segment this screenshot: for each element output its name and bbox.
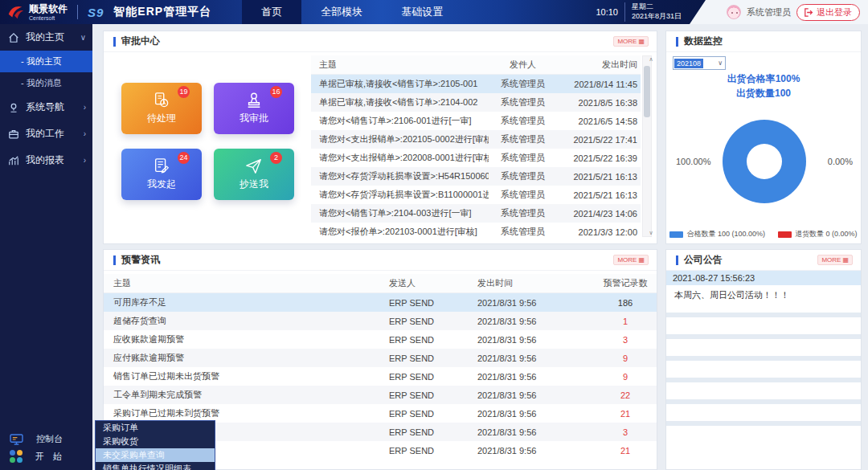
table-row[interactable]: 请您对<存货浮动耗损率设置>:B11000001进行[审核]系统管理员2021/… — [311, 186, 641, 204]
tab-all-modules[interactable]: 全部模块 — [301, 0, 382, 24]
row-subject: 请您对<支出报销单>:202105-0002进行[审核] — [311, 133, 489, 145]
sidebar-subitem-label: 我的消息 — [27, 78, 62, 88]
start-context-menu: 采购订单 采购收货 未交采购单查询 销售单执行情况明细表 — [95, 420, 215, 470]
table-row[interactable]: 超储存货查询ERP SEND2021/8/31 9:561 — [104, 312, 657, 330]
scroll-up-icon[interactable]: ∧ — [647, 56, 655, 63]
sidebar-item-my-reports[interactable]: 我的报表 › — [0, 147, 92, 174]
tab-basic-settings[interactable]: 基础设置 — [382, 0, 462, 24]
scroll-thumb[interactable] — [644, 66, 650, 117]
table-row[interactable]: 应收账款逾期预警ERP SEND2021/8/31 9:563 — [104, 330, 657, 349]
table-row[interactable]: 单据已审核,请接收<销售订单>:2105-001系统管理员2021/8/14 1… — [311, 75, 641, 93]
scroll-down-icon[interactable]: ∨ — [647, 230, 655, 236]
avatar[interactable] — [727, 5, 741, 19]
menu-item-sales-execution-report[interactable]: 销售单执行情况明细表 — [96, 462, 215, 470]
row-time: 2021/8/5 16:38 — [557, 98, 641, 108]
table-row[interactable]: 请您对<报价单>:202103-0001进行[审核]系统管理员2021/3/3 … — [311, 223, 641, 241]
table-row[interactable]: 可用库存不足ERP SEND2021/8/31 9:56186 — [104, 293, 657, 312]
row-time: 2021/8/31 9:56 — [477, 335, 594, 345]
brand-logo: 顺景软件 Centersoft S9 智能ERP管理平台 — [0, 3, 211, 21]
approval-more-link[interactable]: MORE▦ — [613, 36, 649, 47]
username: 系统管理员 — [747, 6, 791, 18]
row-time: 2021/8/31 9:56 — [477, 409, 594, 419]
row-time: 2021/8/31 9:56 — [477, 317, 594, 326]
tile-label: 待处理 — [147, 112, 176, 125]
start-button[interactable]: 开 始 — [0, 448, 92, 465]
company-name: 顺景软件 — [29, 4, 68, 14]
row-sender: 系统管理员 — [489, 115, 557, 127]
table-row[interactable]: 工令单到期未完成预警ERP SEND2021/8/31 9:5622 — [104, 386, 657, 404]
sidebar: 我的主页 ∨ - 我的主页 - 我的消息 系统导航 › 我的工作 › 我的报表 … — [0, 24, 92, 470]
logout-icon — [805, 8, 813, 17]
menu-item-purchase-receipt[interactable]: 采购收货 — [96, 435, 215, 448]
tile-cc-to-me[interactable]: 抄送我 2 — [214, 149, 294, 200]
product-logo: S9 — [88, 6, 104, 19]
approval-center-panel: 审批中心 MORE▦ 待处理 19 我审批 16 — [103, 31, 657, 244]
menu-item-purchase-order[interactable]: 采购订单 — [96, 421, 215, 435]
table-row[interactable]: 销售订单已过期未出货预警ERP SEND2021/8/31 9:569 — [104, 367, 657, 386]
row-subject: 单据已审核,请接收<销售订单>:2105-001 — [311, 78, 489, 90]
row-sender: 系统管理员 — [489, 189, 557, 201]
table-row[interactable]: 请您对<存货浮动耗损率设置>:H54R15006002进行[审核]系统管理员20… — [311, 167, 641, 186]
sidebar-subitem-my-home[interactable]: - 我的主页 — [0, 51, 92, 72]
logout-button[interactable]: 退出登录 — [796, 4, 860, 21]
col-subject: 主题 — [104, 277, 389, 289]
row-subject: 请您对<销售订单>:2104-003进行[一审] — [311, 207, 489, 219]
tile-pending[interactable]: 待处理 19 — [121, 83, 202, 134]
notice-timestamp[interactable]: 2021-08-27 15:56:23 — [666, 271, 861, 285]
chevron-down-icon: ∨ — [80, 33, 86, 42]
row-time: 2021/5/22 17:41 — [557, 135, 641, 145]
menu-item-open-po-query[interactable]: 未交采购单查询 — [96, 448, 215, 462]
data-monitor-title: 数据监控 — [684, 35, 723, 48]
company-name-en: Centersoft — [29, 15, 68, 21]
tile-badge: 24 — [178, 152, 190, 164]
sidebar-item-label: 我的工作 — [26, 127, 77, 141]
sidebar-subitem-my-messages[interactable]: - 我的消息 — [0, 72, 92, 94]
data-monitor-panel: 数据监控 202108 ∨ 出货合格率100% 出货数量100 100.00% … — [665, 31, 862, 244]
row-sender: 系统管理员 — [489, 152, 557, 164]
sidebar-item-system-nav[interactable]: 系统导航 › — [0, 94, 92, 121]
col-time: 发出时间 — [477, 277, 594, 289]
sidebar-item-my-home[interactable]: 我的主页 ∨ — [0, 24, 92, 51]
table-row[interactable]: 应付账款逾期预警ERP SEND2021/8/31 9:569 — [104, 349, 657, 367]
tab-home[interactable]: 首页 — [242, 0, 301, 24]
alerts-more-link[interactable]: MORE▦ — [613, 255, 649, 265]
row-subject: 销售订单已过期未出货预警 — [104, 370, 389, 382]
ship-qty-text: 出货数量100 — [666, 86, 861, 100]
stamp-icon — [245, 92, 263, 109]
grid-icon: ▦ — [638, 256, 645, 264]
top-bar: 顺景软件 Centersoft S9 智能ERP管理平台 首页 全部模块 基础设… — [0, 0, 868, 24]
tile-my-approvals[interactable]: 我审批 16 — [214, 83, 294, 134]
row-time: 2021/5/21 16:13 — [557, 190, 641, 200]
grid-icon: ▦ — [842, 256, 849, 264]
table-row[interactable]: 请您对<支出报销单>:202008-0001进行[审核]系统管理员2021/5/… — [311, 149, 641, 167]
console-button[interactable]: 控制台 — [0, 431, 92, 448]
row-subject: 采购订单已过期未到货预警 — [104, 407, 389, 419]
chevron-right-icon: › — [84, 129, 86, 138]
tile-badge: 16 — [270, 86, 282, 98]
notice-empty-row — [666, 361, 861, 382]
table-row[interactable]: 请您对<销售订单>:2104-003进行[一审]系统管理员2021/4/23 1… — [311, 204, 641, 223]
date: 2021年8月31日 — [632, 12, 682, 22]
table-row[interactable]: 请您对<销售订单>:2106-001进行[一审]系统管理员2021/6/5 14… — [311, 112, 641, 130]
row-time: 2021/5/22 16:39 — [557, 153, 641, 163]
approval-table-header: 主题 发件人 发出时间 — [311, 55, 641, 75]
scrollbar[interactable]: ∧ ∨ — [642, 55, 652, 237]
paper-plane-icon — [245, 157, 263, 175]
row-count: 21 — [594, 446, 657, 456]
more-label: MORE — [617, 38, 637, 45]
start-icon — [10, 450, 23, 463]
briefcase-icon — [8, 129, 19, 140]
row-subject: 超储存货查询 — [104, 315, 389, 327]
row-sender: ERP SEND — [389, 390, 477, 400]
row-sender: 系统管理员 — [489, 226, 557, 238]
row-time: 2021/8/31 9:56 — [477, 298, 594, 308]
table-row[interactable]: 单据已审核,请接收<销售订单>:2104-002系统管理员2021/8/5 16… — [311, 93, 641, 112]
company-notice-panel: 公司公告 MORE▦ 2021-08-27 15:56:23 本周六、周日公司活… — [665, 249, 862, 470]
period-select[interactable]: 202108 ∨ — [673, 56, 726, 70]
sidebar-item-my-work[interactable]: 我的工作 › — [0, 121, 92, 147]
col-sender: 发件人 — [489, 59, 557, 71]
notice-more-link[interactable]: MORE▦ — [817, 255, 853, 265]
alerts-title: 预警资讯 — [121, 253, 160, 267]
tile-my-initiated[interactable]: 我发起 24 — [121, 149, 202, 200]
table-row[interactable]: 请您对<支出报销单>:202105-0002进行[审核]系统管理员2021/5/… — [311, 130, 641, 149]
